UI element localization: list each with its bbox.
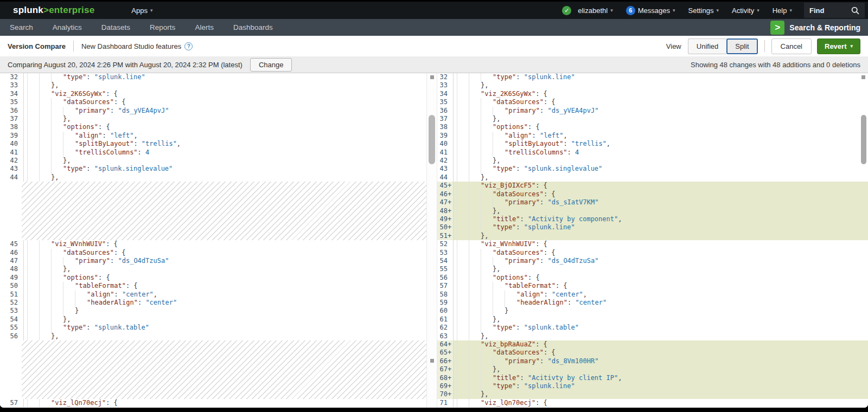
view-toggle: Unified Split	[688, 38, 758, 54]
diff-row-added: 45+"viz_BjOIXcF5": {	[437, 182, 868, 190]
diff-row-added: 48+},	[437, 207, 868, 215]
code-line: "trellisColumns": 4	[454, 149, 868, 157]
nav-item-datasets[interactable]: Datasets	[92, 19, 140, 36]
line-number: 52	[0, 299, 24, 307]
splunk-logo[interactable]: splunk>enterprise	[13, 5, 94, 16]
code-line: "primary": "ds_8Vm100HR"	[454, 357, 868, 365]
code-line: "primary": "ds_O4dTzuSa"	[24, 257, 426, 265]
diff-row: 48},	[0, 265, 426, 273]
apps-menu[interactable]: Apps ▾	[125, 2, 159, 19]
code-line: },	[454, 207, 868, 215]
code-line: },	[24, 157, 426, 165]
diff-row-added: 49+"title": "Activity by component",	[437, 215, 868, 223]
diff-left-pane[interactable]: 32"type": "splunk.line"33},34"viz_2K6SGy…	[0, 73, 426, 408]
code-line: "viz_WVnhWUIV": {	[24, 240, 426, 248]
code-line: },	[24, 115, 426, 123]
revert-button[interactable]: Revert ▾	[817, 38, 860, 54]
diff-row: 43"type": "splunk.singlevalue"	[437, 165, 868, 173]
diff-row: 71"viz_lQn70ecj": {	[437, 399, 868, 407]
line-number: 53	[0, 307, 24, 315]
diff-row: 60}	[437, 307, 868, 315]
code-line: "options": {	[24, 123, 426, 131]
unified-view-button[interactable]: Unified	[688, 38, 726, 54]
line-number: 37	[0, 115, 24, 123]
settings-menu[interactable]: Settings ▾	[682, 2, 726, 19]
code-line: },	[454, 316, 868, 324]
page-title: Version Compare	[8, 42, 66, 50]
line-number: 36	[437, 107, 454, 115]
app-brand[interactable]: > Search & Reporting	[770, 21, 860, 35]
window-frame: splunk>enterprise Apps ▾ ✓ elizabethl ▾ …	[0, 0, 868, 412]
search-icon[interactable]	[851, 7, 859, 15]
code-line: "type": "splunk.table"	[24, 324, 426, 332]
code-line: "headerAlign": "center"	[454, 299, 868, 307]
line-number: 47	[0, 257, 24, 265]
diff-row: 55"type": "splunk.table"	[0, 324, 426, 332]
split-view-button[interactable]: Split	[726, 38, 757, 54]
line-number: 62	[437, 324, 454, 332]
line-number: 46	[0, 249, 24, 257]
code-line: "splitByLayout": "trellis",	[454, 140, 868, 148]
diff-row: 52"headerAlign": "center"	[0, 299, 426, 307]
help-question-icon[interactable]: ?	[184, 42, 193, 50]
diff-right-pane[interactable]: 32"type": "splunk.line"33},34"viz_2K6SGy…	[437, 73, 868, 408]
code-line: "type": "splunk.table"	[454, 324, 868, 332]
code-line: "dataSources": {	[454, 190, 868, 198]
diff-row: 38"options": {	[437, 123, 868, 131]
nav-item-search[interactable]: Search	[0, 19, 43, 36]
line-number: 39	[437, 132, 454, 140]
diff-row: 32"type": "splunk.line"	[0, 73, 426, 81]
code-line: "dataSources": {	[454, 349, 868, 357]
line-number: 66+	[437, 357, 454, 365]
diff-row: 41"trellisColumns": 4	[0, 149, 426, 157]
user-menu[interactable]: elizabethl ▾	[571, 2, 619, 19]
change-button[interactable]: Change	[250, 58, 292, 72]
find-search-input[interactable]: Find	[804, 3, 865, 18]
revert-label: Revert	[825, 42, 846, 50]
activity-menu[interactable]: Activity ▾	[725, 2, 766, 19]
settings-label: Settings	[688, 7, 714, 15]
line-number: 33	[437, 81, 454, 89]
line-number: 45+	[437, 182, 454, 190]
code-line: "viz_bpRaAuaZ": {	[454, 340, 868, 349]
diff-row: 54"primary": "ds_O4dTzuSa"	[437, 257, 868, 265]
diff-row: 57"viz_lQn70ecj": {	[0, 399, 426, 407]
left-pane-scrollbar[interactable]	[426, 73, 437, 408]
diff-row: 56},	[0, 332, 426, 340]
code-line: "viz_BjOIXcF5": {	[454, 182, 868, 190]
chevron-down-icon: ▾	[789, 8, 792, 13]
line-number: 56	[437, 274, 454, 282]
line-number: 46+	[437, 190, 454, 198]
right-pane-scrollbar[interactable]	[860, 73, 868, 408]
line-number: 64+	[437, 340, 454, 349]
line-number: 55	[0, 324, 24, 332]
diff-row: 40"splitByLayout": "trellis",	[437, 140, 868, 148]
code-line: "viz_2K6SGyWx": {	[454, 90, 868, 98]
scrollbar-marker	[430, 359, 434, 363]
line-number: 50	[0, 282, 24, 290]
line-number: 38	[437, 123, 454, 131]
diff-row: 39"align": "left",	[0, 132, 426, 140]
diff-row-added: 51+},	[437, 232, 868, 240]
cancel-button[interactable]: Cancel	[771, 38, 812, 54]
code-line: "align": "center",	[454, 291, 868, 299]
nav-item-analytics[interactable]: Analytics	[43, 19, 92, 36]
nav-item-dashboards[interactable]: Dashboards	[224, 19, 283, 36]
diff-row: 34"viz_2K6SGyWx": {	[0, 90, 426, 98]
messages-menu[interactable]: 6 Messages ▾	[620, 2, 682, 19]
diff-row: 42},	[437, 157, 868, 165]
diff-row: 37},	[437, 115, 868, 123]
diff-row-added: 69+"type": "splunk.line"	[437, 382, 868, 390]
code-line: },	[454, 115, 868, 123]
diff-row-added: 66+"primary": "ds_8Vm100HR"	[437, 357, 868, 365]
line-number: 35	[0, 98, 24, 106]
scrollbar-thumb[interactable]	[429, 115, 435, 164]
nav-item-alerts[interactable]: Alerts	[185, 19, 224, 36]
diff-row: 35"dataSources": {	[437, 98, 868, 106]
code-line: "options": {	[24, 274, 426, 282]
nav-item-reports[interactable]: Reports	[140, 19, 185, 36]
diff-row: 37},	[0, 115, 426, 123]
help-menu[interactable]: Help ▾	[766, 2, 799, 19]
scrollbar-thumb[interactable]	[861, 115, 866, 164]
added-lines-placeholder	[22, 182, 426, 240]
